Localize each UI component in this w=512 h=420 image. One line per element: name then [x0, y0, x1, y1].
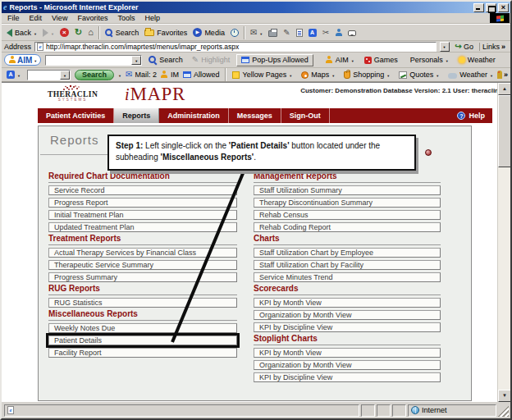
allowed-link[interactable]: Allowed	[183, 71, 220, 79]
tab-reports[interactable]: Reports	[114, 108, 159, 123]
report-button-progress-summary[interactable]: Progress Summary	[48, 272, 237, 282]
chevron-down-icon[interactable]	[259, 29, 263, 37]
product-logo-text: MAPR	[130, 84, 185, 104]
vertical-scrollbar[interactable]	[497, 83, 510, 402]
aim-search-button[interactable]: Search	[146, 55, 185, 65]
stop-button[interactable]: ×	[57, 27, 71, 38]
report-button-service-minutes-trend[interactable]: Service Minutes Trend	[254, 272, 441, 282]
personals-link[interactable]: Personals	[408, 56, 449, 64]
report-button-rehab-census[interactable]: Rehab Census	[254, 210, 441, 220]
links-button[interactable]: Links»	[479, 43, 508, 51]
favorites-button[interactable]: Favorites	[142, 28, 190, 38]
report-button-organization-by-month-view[interactable]: Organization by Month View	[254, 310, 441, 320]
games-link[interactable]: Games	[364, 56, 398, 64]
resize-grip[interactable]	[498, 404, 509, 417]
aol-search-input[interactable]	[27, 70, 71, 80]
menu-tools[interactable]: Tools	[112, 14, 139, 22]
menu-help[interactable]: Help	[139, 14, 165, 22]
report-button-kpi-by-discipline-view[interactable]: KPI by Discipline View	[254, 322, 441, 332]
aim-link[interactable]: AIM	[326, 56, 354, 64]
maximize-button[interactable]	[486, 3, 496, 12]
chevron-down-icon[interactable]	[51, 29, 54, 37]
scroll-down-button[interactable]	[498, 390, 510, 402]
report-button-rehab-coding-report[interactable]: Rehab Coding Report	[254, 222, 441, 232]
address-input[interactable]: e http://imapr.theraclin.com/imaprtest/m…	[34, 42, 437, 52]
highlight-button[interactable]: ✎Highlight	[190, 55, 232, 65]
history-button[interactable]	[228, 28, 241, 38]
tab-patient-activities[interactable]: Patient Activities	[38, 108, 114, 123]
aim-toolbar-button[interactable]: A	[306, 28, 319, 38]
tab-messages[interactable]: Messages	[229, 108, 281, 123]
report-button-organization-by-month-view[interactable]: Organization by Month View	[254, 360, 441, 370]
menu-edit[interactable]: Edit	[25, 14, 48, 22]
report-button-progress-report[interactable]: Progress Report	[48, 198, 237, 208]
report-button-staff-utilization-summary[interactable]: Staff Utilization Summary	[254, 185, 441, 195]
close-button[interactable]	[498, 3, 509, 12]
weather-link[interactable]: Weather	[459, 56, 496, 64]
report-button-therapeutic-service-summary[interactable]: Therapeutic Service Summary	[48, 260, 237, 270]
report-button-weekly-notes-due[interactable]: Weekly Notes Due	[48, 323, 237, 333]
print-icon	[268, 30, 277, 37]
tab-administration[interactable]: Administration	[159, 108, 229, 123]
address-dropdown-button[interactable]	[440, 42, 450, 52]
back-button[interactable]: Back	[4, 28, 39, 38]
report-button-updated-treatment-plan[interactable]: Updated Treatment Plan	[48, 222, 237, 232]
maps-link[interactable]: Maps	[301, 71, 335, 79]
scrollbar-thumb[interactable]	[498, 95, 510, 167]
tab-sign-out[interactable]: Sign-Out	[281, 108, 330, 123]
minimize-button[interactable]	[473, 3, 484, 12]
shopping-link[interactable]: Shopping	[344, 71, 390, 79]
aim-brand-button[interactable]: AIM	[4, 54, 41, 66]
toolbar-overflow[interactable]: »	[497, 71, 508, 79]
shopping-label: Shopping	[353, 71, 384, 79]
ie-logo-icon: e	[3, 3, 7, 11]
report-button-therapy-discontinuation-summary[interactable]: Therapy Discontinuation Summary	[254, 198, 441, 208]
scroll-up-button[interactable]	[498, 83, 510, 95]
report-button-actual-therapy-services-by-financial-class[interactable]: Actual Therapy Services by Financial Cla…	[48, 248, 237, 258]
quotes-link[interactable]: Quotes	[399, 71, 439, 79]
report-button-staff-utilization-chart-by-employee[interactable]: Staff Utilization Chart by Employee	[254, 248, 441, 258]
report-button-facility-report[interactable]: Facility Report	[48, 348, 237, 358]
menu-view[interactable]: View	[47, 14, 72, 22]
chevron-down-icon[interactable]	[118, 71, 121, 79]
messenger-button[interactable]	[332, 28, 345, 38]
report-button-kpi-by-month-view[interactable]: KPI by Month View	[254, 348, 441, 358]
menu-favorites[interactable]: Favorites	[72, 14, 112, 22]
maps-icon	[301, 71, 309, 79]
media-button[interactable]: ▶Media	[190, 27, 227, 38]
go-button[interactable]: ↪Go	[453, 43, 476, 51]
im-link[interactable]: IM	[161, 71, 179, 79]
menu-file[interactable]: File	[2, 14, 25, 22]
report-button-patient-details[interactable]: Patient Details	[48, 336, 237, 345]
yellow-pages-link[interactable]: Yellow Pages	[232, 71, 292, 79]
aol-a-button[interactable]: A	[4, 70, 23, 80]
document-icon	[296, 29, 303, 37]
mail-button[interactable]: ✉	[248, 28, 265, 38]
report-button-initial-treatment-plan[interactable]: Initial Treatment Plan	[48, 210, 237, 220]
dropdown-arrow-icon[interactable]	[131, 56, 141, 65]
report-button-kpi-by-month-view[interactable]: KPI by Month View	[254, 298, 441, 308]
aim-a-icon: A	[309, 29, 317, 37]
aim-search-input[interactable]	[45, 55, 142, 66]
search-button[interactable]: Search	[103, 28, 142, 38]
refresh-button[interactable]: ↻	[72, 27, 85, 38]
report-button-kpi-by-discipline-view[interactable]: KPI by Discipline View	[254, 372, 441, 382]
mail-link[interactable]: ✉Mail: 2	[126, 71, 157, 79]
edit-button[interactable]: ✎	[281, 28, 292, 38]
weather-link[interactable]: Weather	[448, 71, 493, 79]
help-link[interactable]: ? Help	[457, 108, 492, 123]
report-button-staff-utilization-chart-by-facility[interactable]: Staff Utilization Chart by Facility	[254, 260, 441, 270]
aol-search-button[interactable]: Search	[75, 70, 114, 80]
home-button[interactable]: ⌂	[85, 27, 96, 38]
report-button-rug-statistics[interactable]: RUG Statistics	[48, 298, 237, 308]
dropdown-arrow-icon[interactable]	[60, 71, 70, 80]
print-button[interactable]	[266, 28, 280, 38]
edit-with-word-button[interactable]	[294, 28, 305, 38]
forward-button[interactable]	[40, 28, 57, 38]
discuss-button[interactable]	[345, 29, 359, 37]
cut-button[interactable]: ✂	[320, 28, 331, 38]
report-button-service-record[interactable]: Service Record	[48, 185, 237, 195]
chevron-down-icon[interactable]	[34, 29, 37, 37]
popups-allowed-button[interactable]: Pop-Ups Allowed	[236, 54, 313, 66]
aim-man-icon	[8, 56, 16, 64]
